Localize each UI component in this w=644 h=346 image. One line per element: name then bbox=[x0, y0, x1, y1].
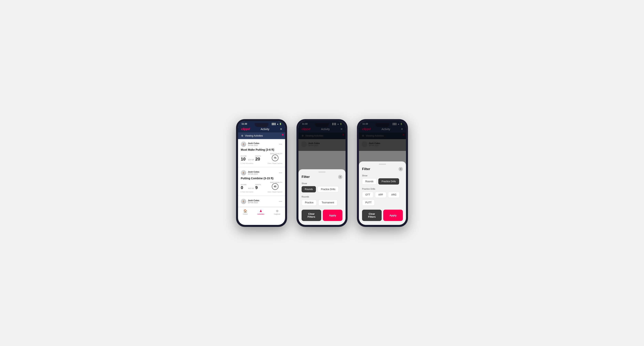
info-text-2: Test Information bbox=[242, 191, 253, 193]
filter-overlay-3: Filter ✕ Show Rounds Practice Drills Pra… bbox=[359, 121, 406, 225]
shot-quality-block-2: Shot Quality 45 bbox=[270, 181, 282, 190]
phone-2-screen: 11:33 ▌▌▌ ▲ 🔋 clippd Activity ≡ ⚙ Viewin… bbox=[298, 121, 346, 225]
user-name-3: Josh Coles bbox=[248, 199, 260, 202]
data-source-2: Data: Clippd Capture bbox=[268, 191, 282, 193]
sheet-handle-2 bbox=[318, 172, 326, 173]
activities-list-1: 🏌️ Josh Coles 28 Feb 2023 ••• Must Make … bbox=[238, 139, 285, 207]
drills-label-3: Practice Drills bbox=[362, 188, 403, 190]
practice-round-btn-2[interactable]: Practice bbox=[302, 199, 317, 206]
filter-overlay-2: Filter ✕ Show Rounds Practice Drills Rou… bbox=[298, 121, 346, 225]
card-footer-2: ℹ Test Information Data: Clippd Capture bbox=[241, 191, 282, 193]
card-header-2: 🏌️ Josh Coles 28 Feb 2023 ••• bbox=[241, 170, 282, 175]
filter-title-3: Filter bbox=[362, 167, 370, 171]
wifi-icon: ▲ bbox=[277, 123, 279, 125]
score-block-1: Score 10 bbox=[241, 155, 247, 161]
user-date-3: 28 Feb 2023 bbox=[248, 202, 260, 203]
clear-filters-btn-2[interactable]: Clear Filters bbox=[302, 210, 321, 221]
user-text-1: Josh Coles 28 Feb 2023 bbox=[248, 142, 260, 146]
user-info-2: 🏌️ Josh Coles 28 Feb 2023 bbox=[241, 170, 260, 175]
show-options-3: Rounds Practice Drills bbox=[362, 178, 403, 184]
filter-icon-1: ⚙ bbox=[241, 134, 243, 137]
rounds-btn-3[interactable]: Rounds bbox=[362, 178, 377, 184]
practice-drills-btn-2[interactable]: Practice Drills bbox=[318, 186, 338, 192]
arg-btn-3[interactable]: ARG bbox=[388, 192, 400, 198]
stats-row-1: Score 10 OUT OF Shots 20 Shot Quality 75 bbox=[241, 153, 282, 161]
scene: 11:33 ▌▌▌ ▲ 🔋 clippd Activity ≡ ⚙ Viewin… bbox=[224, 107, 420, 239]
nav-title-1: Activity bbox=[260, 128, 269, 131]
activity-card-2[interactable]: 🏌️ Josh Coles 28 Feb 2023 ••• Putting Co… bbox=[238, 168, 285, 195]
show-label-2: Show bbox=[302, 182, 342, 184]
menu-icon-1[interactable]: ≡ bbox=[280, 128, 282, 131]
avatar-flag-1: 🏌️ bbox=[242, 143, 245, 145]
user-name-2: Josh Coles bbox=[248, 171, 260, 173]
filter-sheet-3: Filter ✕ Show Rounds Practice Drills Pra… bbox=[359, 162, 406, 225]
avatar-3: 🏌️ bbox=[241, 199, 246, 204]
status-icons-1: ▌▌▌ ▲ 🔋 bbox=[272, 123, 282, 125]
tab-bar-1: 🏠 Home ♟ Activities ⊕ Capture bbox=[238, 207, 285, 217]
tab-capture-1[interactable]: ⊕ Capture bbox=[274, 209, 280, 215]
filter-sheet-2: Filter ✕ Show Rounds Practice Drills Rou… bbox=[298, 169, 346, 225]
shots-value-2: 9 bbox=[255, 185, 261, 190]
avatar-flag-2: 🏌️ bbox=[242, 172, 245, 174]
activity-card-1[interactable]: 🏌️ Josh Coles 28 Feb 2023 ••• Must Make … bbox=[238, 139, 285, 167]
activity-title-1: Must Make Putting (3-6 ft) bbox=[241, 148, 282, 151]
phone-3-screen: 11:33 ▌▌▌ ▲ 🔋 clippd Activity ≡ ⚙ Viewin… bbox=[359, 121, 406, 225]
phone-1: 11:33 ▌▌▌ ▲ 🔋 clippd Activity ≡ ⚙ Viewin… bbox=[236, 119, 287, 227]
shot-quality-block-1: Shot Quality 75 bbox=[270, 153, 282, 161]
shot-quality-label-1: Shot Quality bbox=[270, 153, 282, 155]
sheet-handle-3 bbox=[379, 164, 386, 165]
user-text-3: Josh Coles 28 Feb 2023 bbox=[248, 199, 260, 203]
shots-block-1: Shots 20 bbox=[255, 155, 261, 161]
rounds-options-2: Practice Tournament bbox=[302, 199, 342, 206]
shots-block-2: Shots 9 bbox=[255, 184, 261, 190]
home-icon-1: 🏠 bbox=[243, 209, 247, 213]
apply-btn-2[interactable]: Apply bbox=[323, 210, 342, 221]
apply-btn-3[interactable]: Apply bbox=[383, 210, 403, 221]
card-header-3: 🏌️ Josh Coles 28 Feb 2023 ••• bbox=[241, 199, 282, 204]
phone-3: 11:33 ▌▌▌ ▲ 🔋 clippd Activity ≡ ⚙ Viewin… bbox=[357, 119, 408, 227]
drills-options-3: OTT APP ARG PUTT bbox=[362, 192, 403, 206]
card-footer-left-2: ℹ Test Information bbox=[241, 191, 253, 193]
phone-1-screen: 11:33 ▌▌▌ ▲ 🔋 clippd Activity ≡ ⚙ Viewin… bbox=[238, 121, 285, 225]
rounds-btn-2[interactable]: Rounds bbox=[302, 186, 316, 192]
user-info-1: 🏌️ Josh Coles 28 Feb 2023 bbox=[241, 142, 260, 147]
avatar-flag-3: 🏌️ bbox=[242, 200, 245, 203]
banner-dot-1 bbox=[282, 134, 284, 136]
out-of-2: OUT OF bbox=[248, 187, 254, 189]
show-options-2: Rounds Practice Drills bbox=[302, 186, 342, 192]
putt-btn-3[interactable]: PUTT bbox=[362, 199, 375, 206]
user-name-1: Josh Coles bbox=[248, 142, 260, 144]
dots-menu-1[interactable]: ••• bbox=[279, 143, 282, 146]
card-header-1: 🏌️ Josh Coles 28 Feb 2023 ••• bbox=[241, 142, 282, 147]
dots-menu-3[interactable]: ••• bbox=[279, 200, 282, 203]
data-source-1: Data: Clippd Capture bbox=[268, 163, 282, 164]
tab-home-label-1: Home bbox=[243, 213, 248, 215]
out-of-1: OUT OF bbox=[248, 159, 254, 161]
info-text-1: Test Information bbox=[242, 163, 253, 164]
tab-activities-label-1: Activities bbox=[257, 213, 264, 215]
status-bar-1: 11:33 ▌▌▌ ▲ 🔋 bbox=[238, 121, 285, 126]
tab-home-1[interactable]: 🏠 Home bbox=[243, 209, 248, 215]
dots-menu-2[interactable]: ••• bbox=[279, 171, 282, 174]
practice-drills-btn-3[interactable]: Practice Drills bbox=[378, 178, 399, 184]
ott-btn-3[interactable]: OTT bbox=[362, 192, 374, 198]
phone-2: 11:33 ▌▌▌ ▲ 🔋 clippd Activity ≡ ⚙ Viewin… bbox=[296, 119, 348, 227]
user-info-3: 🏌️ Josh Coles 28 Feb 2023 bbox=[241, 199, 260, 204]
tab-activities-1[interactable]: ♟ Activities bbox=[257, 209, 264, 215]
battery-icon: 🔋 bbox=[279, 123, 282, 125]
close-button-3[interactable]: ✕ bbox=[398, 167, 403, 171]
activity-card-3[interactable]: 🏌️ Josh Coles 28 Feb 2023 ••• bbox=[238, 196, 285, 206]
info-icon-1: ℹ bbox=[241, 163, 241, 164]
user-text-2: Josh Coles 28 Feb 2023 bbox=[248, 171, 260, 175]
close-button-2[interactable]: ✕ bbox=[338, 175, 342, 179]
app-btn-3[interactable]: APP bbox=[375, 192, 386, 198]
viewing-banner-1[interactable]: ⚙ Viewing Activities bbox=[238, 133, 285, 139]
sheet-header-3: Filter ✕ bbox=[362, 167, 403, 171]
show-label-3: Show bbox=[362, 174, 403, 177]
score-value-1: 10 bbox=[241, 157, 247, 161]
user-date-2: 28 Feb 2023 bbox=[248, 173, 260, 175]
app-logo-1: clippd bbox=[241, 127, 250, 131]
tournament-btn-2[interactable]: Tournament bbox=[318, 199, 337, 206]
clear-filters-btn-3[interactable]: Clear Filters bbox=[362, 210, 382, 221]
shot-quality-badge-1: 75 bbox=[272, 155, 278, 161]
